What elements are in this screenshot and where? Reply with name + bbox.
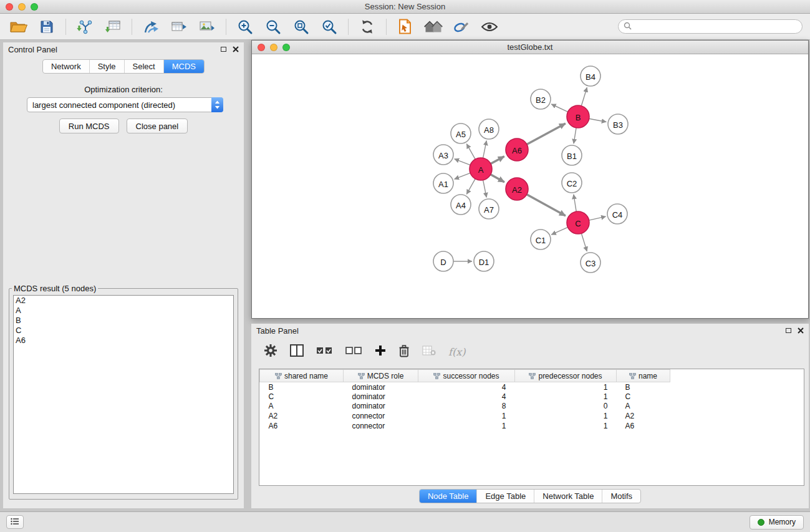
graph-edge-B-B2[interactable] <box>551 104 568 112</box>
graph-edge-A-A6[interactable] <box>491 157 504 164</box>
network-canvas[interactable]: B4B2BB3B1A5A8A6A3AA1A2C2A4A7C4CC1C3DD1 <box>252 54 808 318</box>
memory-button[interactable]: Memory <box>750 515 804 530</box>
mcds-result-item[interactable]: C <box>14 326 233 336</box>
delete-column-trash-icon[interactable] <box>398 344 410 360</box>
graph-edge-B-B3[interactable] <box>589 118 607 122</box>
table-row[interactable]: Adominator80A <box>260 402 670 412</box>
graph-node-A6[interactable]: A6 <box>506 138 528 161</box>
graph-edge-A-A5[interactable] <box>466 144 475 160</box>
graph-node-A8[interactable]: A8 <box>479 119 499 139</box>
zoom-in-button[interactable] <box>234 17 256 37</box>
show-hide-details-button[interactable] <box>478 17 501 37</box>
close-panel-button[interactable]: Close panel <box>127 118 188 133</box>
graph-node-A[interactable]: A <box>470 158 492 180</box>
show-columns-icon[interactable] <box>290 344 304 359</box>
graph-edge-A-A4[interactable] <box>466 179 475 195</box>
graph-node-C3[interactable]: C3 <box>581 253 600 273</box>
table-row[interactable]: Bdominator41B <box>260 382 670 392</box>
mcds-result-list[interactable]: A2ABCA6 <box>13 295 234 494</box>
export-table-button[interactable] <box>168 17 190 37</box>
column-header-successor-nodes[interactable]: successor nodes <box>418 370 515 382</box>
zoom-selected-button[interactable] <box>318 17 340 37</box>
network-close-button[interactable] <box>258 44 265 51</box>
network-minimize-button[interactable] <box>270 44 277 51</box>
graph-node-A1[interactable]: A1 <box>433 173 453 193</box>
network-window-titlebar[interactable]: testGlobe.txt <box>252 41 808 54</box>
zoom-window-button[interactable] <box>31 3 38 11</box>
graph-edge-A-A2[interactable] <box>491 175 504 182</box>
graph-node-A7[interactable]: A7 <box>479 199 499 219</box>
graph-edge-C-C4[interactable] <box>589 216 606 220</box>
tab-node-table[interactable]: Node Table <box>420 490 477 503</box>
table-row[interactable]: A2connector11A2 <box>260 411 670 421</box>
node-table-area[interactable]: shared nameMCDS rolesuccessor nodesprede… <box>259 369 804 486</box>
export-image-button[interactable] <box>196 17 218 37</box>
graph-node-B3[interactable]: B3 <box>608 114 628 134</box>
graph-edge-A6-B[interactable] <box>527 123 566 145</box>
column-header-predecessor-nodes[interactable]: predecessor nodes <box>515 370 617 382</box>
graph-edge-A-A7[interactable] <box>483 180 487 198</box>
network-zoom-button[interactable] <box>282 44 290 51</box>
zoom-fit-button[interactable] <box>290 17 312 37</box>
graph-node-A3[interactable]: A3 <box>433 145 453 165</box>
table-row[interactable]: Cdominator41C <box>260 392 670 402</box>
graph-node-C1[interactable]: C1 <box>531 230 551 249</box>
mcds-result-item[interactable]: A <box>14 306 233 316</box>
graph-node-B2[interactable]: B2 <box>531 89 551 109</box>
graph-edge-B-B4[interactable] <box>581 87 587 106</box>
table-settings-gear-icon[interactable] <box>264 344 277 360</box>
graph-edge-C-C2[interactable] <box>574 195 576 211</box>
deselect-all-rows-icon[interactable] <box>345 346 362 357</box>
tab-mcds[interactable]: MCDS <box>163 60 204 73</box>
graph-edge-A-A1[interactable] <box>455 173 471 179</box>
first-neighbors-button[interactable] <box>394 17 417 37</box>
column-header-name[interactable]: name <box>617 370 670 382</box>
tab-network-table[interactable]: Network Table <box>534 490 602 503</box>
annotation-edit-button[interactable] <box>450 17 473 37</box>
graph-node-C4[interactable]: C4 <box>607 204 627 224</box>
graph-node-B4[interactable]: B4 <box>581 66 600 86</box>
minimize-window-button[interactable] <box>18 3 26 11</box>
network-graph[interactable]: B4B2BB3B1A5A8A6A3AA1A2C2A4A7C4CC1C3DD1 <box>252 54 808 318</box>
create-column-plus-icon[interactable] <box>375 345 386 359</box>
graph-edge-A2-C[interactable] <box>527 195 566 216</box>
graph-edge-A-A8[interactable] <box>483 141 487 158</box>
save-session-button[interactable] <box>36 17 58 37</box>
float-table-panel-icon[interactable] <box>786 328 791 333</box>
graph-node-A2[interactable]: A2 <box>506 178 528 200</box>
task-history-button[interactable] <box>6 515 24 529</box>
open-session-button[interactable] <box>7 17 30 37</box>
close-panel-icon[interactable] <box>233 45 239 54</box>
zoom-out-button[interactable] <box>262 17 284 37</box>
select-all-rows-icon[interactable] <box>316 346 333 357</box>
close-table-panel-icon[interactable] <box>798 326 804 336</box>
new-network-button[interactable] <box>140 17 162 37</box>
column-header-MCDS-role[interactable]: MCDS role <box>344 370 418 382</box>
graph-edge-C-C1[interactable] <box>551 227 567 235</box>
import-network-button[interactable] <box>74 17 96 37</box>
mcds-result-item[interactable]: B <box>14 316 233 326</box>
mcds-result-item[interactable]: A6 <box>14 336 233 346</box>
graph-node-D[interactable]: D <box>433 251 453 271</box>
tab-edge-table[interactable]: Edge Table <box>476 490 534 503</box>
tab-style[interactable]: Style <box>89 60 124 73</box>
delete-table-icon[interactable] <box>422 346 436 358</box>
import-table-button[interactable] <box>102 17 124 37</box>
graph-edge-A-A3[interactable] <box>455 159 471 165</box>
refresh-layout-button[interactable] <box>356 17 378 37</box>
optimization-criterion-dropdown[interactable]: largest connected component (directed) <box>27 97 223 112</box>
column-header-shared-name[interactable]: shared name <box>260 370 344 382</box>
close-window-button[interactable] <box>6 3 13 11</box>
table-row[interactable]: A6connector11A6 <box>260 421 670 431</box>
graph-node-C[interactable]: C <box>567 211 589 234</box>
function-builder-icon[interactable]: f(x) <box>448 346 465 358</box>
graph-edge-C-C3[interactable] <box>581 233 587 251</box>
run-mcds-button[interactable]: Run MCDS <box>59 118 119 133</box>
graph-node-A5[interactable]: A5 <box>451 123 471 143</box>
graph-node-B[interactable]: B <box>567 105 589 128</box>
home-view-button[interactable] <box>422 17 445 37</box>
graph-node-A4[interactable]: A4 <box>451 195 471 215</box>
search-box[interactable] <box>618 19 803 34</box>
tab-motifs[interactable]: Motifs <box>602 490 640 503</box>
graph-node-D1[interactable]: D1 <box>474 251 494 271</box>
